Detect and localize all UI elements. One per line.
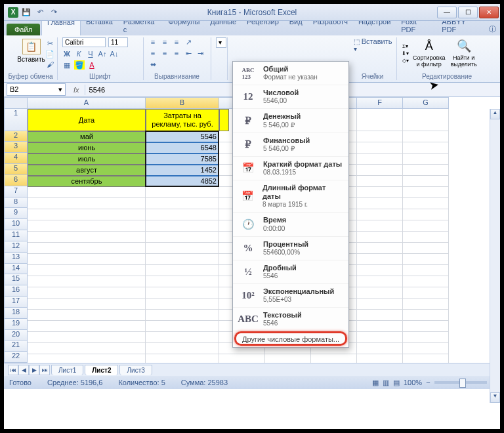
- view-normal-icon[interactable]: ▦: [372, 379, 379, 387]
- insert-cells-button[interactable]: ⬚ Вставить ▾: [354, 37, 392, 52]
- header-cell[interactable]: Затраты на рекламу, тыс. руб.: [146, 109, 219, 131]
- row-header[interactable]: 17: [4, 297, 28, 308]
- align-bot-icon[interactable]: ≡: [172, 37, 181, 47]
- empty-cell[interactable]: [146, 243, 219, 254]
- number-format-item-0[interactable]: ABC 123ОбщийФормат не указан: [233, 62, 348, 85]
- empty-cell[interactable]: [403, 265, 449, 276]
- more-number-formats-item[interactable]: Другие числовые форматы...: [233, 331, 348, 347]
- row-header[interactable]: 14: [4, 264, 28, 275]
- empty-cell[interactable]: [28, 354, 146, 363]
- sheet-nav-last[interactable]: ⏭: [39, 365, 50, 375]
- sort-filter-button[interactable]: Å Сортировка и фильтр: [411, 38, 446, 69]
- empty-cell[interactable]: [265, 354, 311, 363]
- empty-cell[interactable]: [28, 287, 146, 299]
- empty-cell[interactable]: [403, 187, 449, 198]
- row-header[interactable]: 5: [4, 164, 28, 175]
- find-select-button[interactable]: 🔍 Найти и выделить: [449, 37, 478, 69]
- row-header[interactable]: 16: [4, 285, 28, 297]
- empty-cell[interactable]: [28, 265, 146, 276]
- minimize-button[interactable]: —: [437, 7, 457, 18]
- sheet-tab-1[interactable]: Лист2: [85, 365, 118, 375]
- align-mid-icon[interactable]: ≡: [160, 37, 169, 47]
- row-header[interactable]: 21: [4, 340, 28, 352]
- cell-a2[interactable]: май: [28, 131, 146, 142]
- row-header[interactable]: 18: [4, 308, 28, 319]
- empty-cell[interactable]: [403, 287, 449, 299]
- cell-b4[interactable]: 7585: [146, 154, 219, 165]
- font-color-icon[interactable]: A: [87, 60, 96, 70]
- cell-b2[interactable]: 5546: [146, 131, 219, 142]
- align-left-icon[interactable]: ≡: [148, 49, 158, 58]
- orientation-icon[interactable]: ↗: [184, 37, 193, 47]
- clear-icon[interactable]: ◇▾: [402, 58, 409, 64]
- empty-cell[interactable]: [146, 332, 219, 343]
- empty-cell[interactable]: [403, 220, 449, 232]
- empty-cell[interactable]: [403, 354, 449, 363]
- empty-cell[interactable]: [403, 310, 449, 321]
- empty-cell[interactable]: [403, 232, 449, 243]
- header-cell-c[interactable]: [219, 109, 229, 131]
- cell-a5[interactable]: август: [28, 165, 146, 176]
- empty-cell[interactable]: [146, 232, 219, 243]
- column-header[interactable]: A: [28, 97, 146, 109]
- empty-cell[interactable]: [403, 209, 449, 220]
- empty-cell[interactable]: [28, 321, 146, 332]
- empty-cell[interactable]: [357, 198, 403, 209]
- empty-cell[interactable]: [403, 165, 449, 176]
- merge-icon[interactable]: ⬌: [148, 60, 158, 69]
- empty-cell[interactable]: [357, 276, 403, 287]
- empty-cell[interactable]: [357, 142, 403, 154]
- italic-icon[interactable]: К: [74, 49, 83, 58]
- empty-cell[interactable]: [403, 276, 449, 287]
- column-header[interactable]: B: [146, 97, 219, 109]
- empty-cell[interactable]: [146, 254, 219, 265]
- empty-cell[interactable]: [357, 299, 403, 310]
- underline-icon[interactable]: Ч: [86, 49, 95, 58]
- indent-dec-icon[interactable]: ⇤: [184, 49, 193, 58]
- empty-cell[interactable]: [357, 154, 403, 165]
- row-header[interactable]: 1: [4, 109, 28, 131]
- vertical-scrollbar[interactable]: ▲ ▼: [490, 109, 500, 403]
- empty-cell[interactable]: [403, 254, 449, 265]
- empty-cell[interactable]: [357, 187, 403, 198]
- select-all-corner[interactable]: [4, 97, 28, 109]
- help-icon[interactable]: ⓘ: [485, 23, 500, 35]
- empty-cell[interactable]: [357, 220, 403, 232]
- empty-cell[interactable]: [357, 209, 403, 220]
- empty-cell[interactable]: [403, 343, 449, 354]
- empty-cell[interactable]: [357, 254, 403, 265]
- bold-icon[interactable]: Ж: [62, 49, 72, 58]
- empty-cell[interactable]: [146, 343, 219, 354]
- cell-a4[interactable]: июль: [28, 154, 146, 165]
- number-format-select[interactable]: ▾: [216, 37, 226, 48]
- row-header[interactable]: 19: [4, 319, 28, 330]
- empty-cell[interactable]: [28, 276, 146, 287]
- indent-inc-icon[interactable]: ⇥: [196, 49, 205, 58]
- row-header[interactable]: 13: [4, 253, 28, 264]
- align-center-icon[interactable]: ≡: [160, 49, 169, 58]
- empty-cell[interactable]: [403, 299, 449, 310]
- empty-cell[interactable]: [357, 243, 403, 254]
- empty-cell[interactable]: [403, 176, 449, 187]
- empty-cell[interactable]: [28, 187, 146, 198]
- empty-cell[interactable]: [357, 354, 403, 363]
- empty-cell[interactable]: [357, 332, 403, 343]
- empty-cell[interactable]: [357, 109, 403, 131]
- empty-cell[interactable]: [403, 109, 449, 131]
- qat-save-icon[interactable]: 💾: [20, 7, 32, 18]
- zoom-out-button[interactable]: −: [426, 379, 430, 386]
- empty-cell[interactable]: [146, 287, 219, 299]
- row-header[interactable]: 15: [4, 274, 28, 285]
- row-header[interactable]: 3: [4, 142, 28, 153]
- row-header[interactable]: 10: [4, 219, 28, 230]
- row-header[interactable]: 9: [4, 208, 28, 219]
- empty-cell[interactable]: [403, 142, 449, 154]
- number-format-item-6[interactable]: 🕐Время0:00:00: [233, 213, 348, 236]
- sheet-nav-prev[interactable]: ◀: [18, 365, 29, 375]
- number-format-item-8[interactable]: ½Дробный5546: [233, 260, 348, 284]
- column-header[interactable]: G: [403, 97, 449, 109]
- zoom-level[interactable]: 100%: [404, 379, 422, 386]
- number-format-item-9[interactable]: 10²Экспоненциальный5,55E+03: [233, 284, 348, 308]
- view-layout-icon[interactable]: ▥: [383, 379, 389, 387]
- row-header[interactable]: 8: [4, 197, 28, 209]
